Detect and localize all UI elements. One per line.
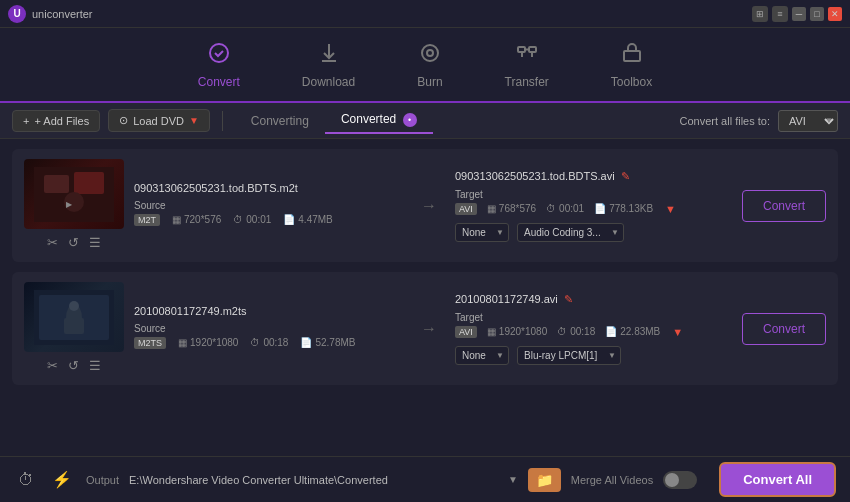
nav-toolbox-label: Toolbox [611,75,652,89]
thumbnail-2 [24,282,124,352]
source-res-1: ▦ 720*576 [172,214,221,225]
svg-rect-5 [624,51,640,61]
lightning-icon[interactable]: ⚡ [48,466,76,493]
add-files-label: + Add Files [34,115,89,127]
audio-select-wrap-1[interactable]: Audio Coding 3... [517,223,624,242]
target-meta-2: AVI ▦ 1920*1080 ⏱ 00:18 📄 22.83MB ▼ [455,326,724,338]
subtitle-select-2[interactable]: None [455,346,509,365]
resolution-icon-2: ▦ [178,337,187,348]
nav-burn-label: Burn [417,75,442,89]
edit-icon-1[interactable]: ✎ [621,170,630,183]
tab-converted[interactable]: Converted • [325,107,433,134]
subtitle-select-wrap-1[interactable]: None [455,223,509,242]
scissors-icon-2[interactable]: ✂ [45,356,60,375]
clock-bottom-icon[interactable]: ⏱ [14,467,38,493]
target-dropdown-2[interactable]: ▼ [672,326,683,338]
source-filename-1: 090313062505231.tod.BDTS.m2t [134,182,403,194]
target-section-2: 20100801172749.avi ✎ Target AVI ▦ 1920*1… [455,293,724,365]
convert-button-1[interactable]: Convert [742,190,826,222]
arrow-1: → [413,197,445,215]
convert-button-2[interactable]: Convert [742,313,826,345]
rotate-icon-1[interactable]: ↺ [66,233,81,252]
tab-converted-label: Converted [341,112,396,126]
nav-transfer[interactable]: Transfer [489,33,565,97]
minimize-button[interactable]: ─ [792,7,806,21]
source-label-2: Source [134,323,403,334]
subtitle-select-1[interactable]: None [455,223,509,242]
output-path: E:\Wondershare Video Converter Ultimate\… [129,474,498,486]
merge-toggle[interactable] [663,471,697,489]
add-files-button[interactable]: + + Add Files [12,110,100,132]
source-meta-2: M2TS ▦ 1920*1080 ⏱ 00:18 📄 52.78MB [134,337,403,349]
source-format-1: M2T [134,214,160,226]
dvd-icon: ⊙ [119,114,128,127]
tab-converting[interactable]: Converting [235,107,325,134]
target-dropdowns-1: None Audio Coding 3... [455,223,724,242]
app-logo: U [8,5,26,23]
convert-all-button[interactable]: Convert All [719,462,836,497]
file-item-2: ✂ ↺ ☰ 20100801172749.m2ts Source M2TS ▦ … [12,272,838,385]
svg-point-1 [422,45,438,61]
folder-button[interactable]: 📁 [528,468,561,492]
grid-icon[interactable]: ⊞ [752,6,768,22]
nav-convert[interactable]: Convert [182,33,256,97]
download-icon [317,41,341,71]
arrow-2: → [413,320,445,338]
format-select-wrap[interactable]: AVI MP4 MKV MOV [778,110,838,132]
settings-icon-1[interactable]: ☰ [87,233,103,252]
target-meta-1: AVI ▦ 768*576 ⏱ 00:01 📄 778.13KB ▼ [455,203,724,215]
scissors-icon-1[interactable]: ✂ [45,233,60,252]
toolbox-icon [620,41,644,71]
svg-point-14 [69,301,79,311]
target-name-wrap-1: 090313062505231.tod.BDTS.avi ✎ [455,170,724,183]
converted-badge: • [403,113,417,127]
close-button[interactable]: ✕ [828,7,842,21]
nav-download[interactable]: Download [286,33,371,97]
thumbnail-wrap-2: ✂ ↺ ☰ [24,282,124,375]
source-dur-2: ⏱ 00:18 [250,337,288,348]
source-size-2: 📄 52.78MB [300,337,355,348]
merge-label: Merge All Videos [571,474,653,486]
source-format-2: M2TS [134,337,166,349]
nav-convert-label: Convert [198,75,240,89]
thumb-actions-2: ✂ ↺ ☰ [45,356,103,375]
format-select[interactable]: AVI MP4 MKV MOV [778,110,838,132]
settings-icon-2[interactable]: ☰ [87,356,103,375]
edit-icon-2[interactable]: ✎ [564,293,573,306]
thumb2-img [24,282,124,352]
target-section-1: 090313062505231.tod.BDTS.avi ✎ Target AV… [455,170,724,242]
audio-select-1[interactable]: Audio Coding 3... [517,223,624,242]
target-format-1: AVI [455,203,477,215]
load-dvd-button[interactable]: ⊙ Load DVD ▼ [108,109,210,132]
titlebar-left: U uniconverter [8,5,93,23]
bottombar: ⏱ ⚡ Output E:\Wondershare Video Converte… [0,456,850,502]
burn-icon [418,41,442,71]
clock-icon-1: ⏱ [233,214,243,225]
nav-toolbox[interactable]: Toolbox [595,33,668,97]
target-format-badge-2: AVI [455,326,477,338]
target-dropdown-1[interactable]: ▼ [665,203,676,215]
t-resolution-icon-2: ▦ [487,326,496,337]
app-name: uniconverter [32,8,93,20]
target-name-wrap-2: 20100801172749.avi ✎ [455,293,724,306]
svg-rect-4 [529,47,536,52]
target-format-badge-1: AVI [455,203,477,215]
menu-icon[interactable]: ≡ [772,6,788,22]
nav-burn[interactable]: Burn [401,33,458,97]
clock-icon-2: ⏱ [250,337,260,348]
source-dur-1: ⏱ 00:01 [233,214,271,225]
audio-select-wrap-2[interactable]: Blu-ray LPCM[1] [517,346,621,365]
thumbnail-wrap-1: ▶ ✂ ↺ ☰ [24,159,124,252]
audio-select-2[interactable]: Blu-ray LPCM[1] [517,346,621,365]
rotate-icon-2[interactable]: ↺ [66,356,81,375]
thumb1-img: ▶ [24,159,124,229]
svg-point-2 [427,50,433,56]
output-dropdown-icon[interactable]: ▼ [508,474,518,485]
maximize-button[interactable]: □ [810,7,824,21]
thumb-actions-1: ✂ ↺ ☰ [45,233,103,252]
svg-point-0 [210,44,228,62]
nav-download-label: Download [302,75,355,89]
tab-group: Converting Converted • [235,107,433,134]
subtitle-select-wrap-2[interactable]: None [455,346,509,365]
thumbnail-1: ▶ [24,159,124,229]
